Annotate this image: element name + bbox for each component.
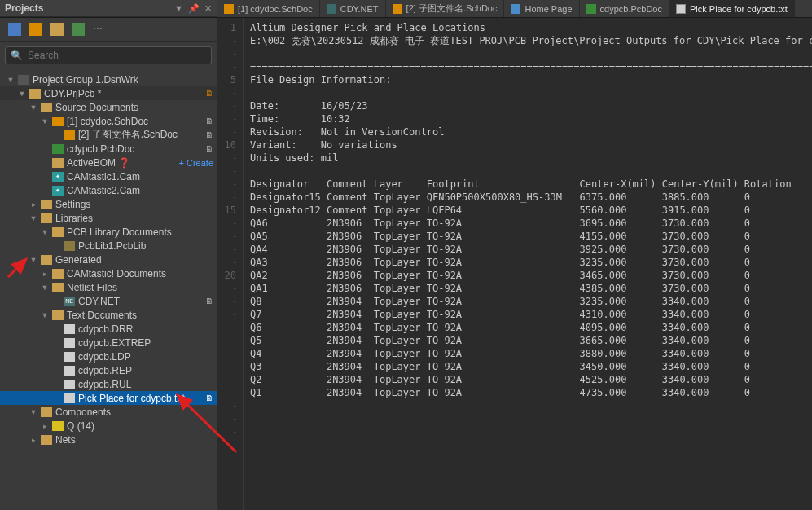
txt-icon: [676, 4, 686, 14]
file-icon: [52, 117, 64, 126]
open-project-icon[interactable]: [50, 23, 64, 36]
tree-node[interactable]: ▼Libraries: [0, 211, 217, 225]
status-icon: 🗎: [204, 130, 213, 139]
toolbar-more-icon[interactable]: ⋯: [93, 23, 106, 36]
node-label: Settings: [55, 199, 213, 210]
node-label: Source Documents: [55, 102, 213, 113]
tree-node[interactable]: ▼Netlist Files: [0, 280, 217, 294]
code-content: Altium Designer Pick and Place Locations…: [250, 21, 805, 399]
home-icon: [511, 4, 520, 14]
chevron-icon[interactable]: ▸: [41, 422, 49, 430]
chevron-icon[interactable]: ▼: [18, 90, 26, 98]
tree-node[interactable]: ▸Settings: [0, 197, 217, 211]
file-icon: [64, 338, 75, 348]
tab-label: [2] 子图文件名.SchDoc: [406, 2, 498, 15]
tree-node[interactable]: ActiveBOM ❓+ Create: [0, 156, 217, 169]
panel-dropdown-icon[interactable]: ▼: [174, 3, 183, 13]
node-label: CDY.PrjPcb *: [44, 88, 200, 99]
node-label: PcbLib1.PcbLib: [78, 240, 213, 252]
tab--1-cdydoc-schdoc[interactable]: [1] cdydoc.SchDoc: [217, 0, 320, 17]
chevron-icon[interactable]: ▸: [29, 200, 37, 209]
tree-node[interactable]: cdypcb.EXTREP: [0, 336, 217, 350]
create-link[interactable]: + Create: [179, 158, 214, 168]
chevron-icon[interactable]: ▼: [41, 284, 49, 292]
node-label: Project Group 1.DsnWrk: [33, 74, 213, 86]
search-input[interactable]: [28, 50, 206, 61]
tree-node[interactable]: cdypcb.RUL: [0, 377, 217, 391]
compile-icon[interactable]: [29, 23, 42, 36]
file-icon: [41, 213, 52, 223]
code-area[interactable]: Altium Designer Pick and Place Locations…: [244, 18, 812, 510]
tree-node[interactable]: cdypcb.DRR: [0, 322, 217, 336]
tree-node[interactable]: cdypcb.REP: [0, 363, 217, 377]
tab-pick-place-for-cdypcb-txt[interactable]: Pick Place for cdypcb.txt: [669, 0, 795, 17]
file-icon: [64, 366, 75, 376]
refresh-icon[interactable]: [72, 23, 85, 36]
tree-node[interactable]: ▼Text Documents: [0, 308, 217, 322]
node-label: Netlist Files: [67, 282, 213, 293]
tree-node[interactable]: ▼Source Documents: [0, 100, 217, 114]
tab-strip: Projects ▼ 📌 ✕ [1] cdydoc.SchDocCDY.NET[…: [0, 0, 812, 18]
tab-cdy-net[interactable]: CDY.NET: [320, 0, 386, 17]
chevron-icon[interactable]: ▼: [41, 311, 49, 319]
tab-label: CDY.NET: [340, 4, 379, 14]
tab--2-schdoc[interactable]: [2] 子图文件名.SchDoc: [386, 0, 505, 17]
file-icon: [52, 144, 64, 154]
node-label: cdypcb.DRR: [78, 323, 213, 335]
tree-node[interactable]: ▼Generated: [0, 253, 217, 266]
node-label: Generated: [55, 254, 213, 266]
chevron-icon[interactable]: ▼: [29, 256, 37, 264]
file-icon: [41, 407, 52, 417]
tree-node[interactable]: NECDY.NET🗎: [0, 294, 217, 308]
tree-node[interactable]: [2] 子图文件名.SchDoc🗎: [0, 128, 217, 142]
tree-node[interactable]: ▼[1] cdydoc.SchDoc🗎: [0, 114, 217, 128]
tree-node[interactable]: ▼Project Group 1.DsnWrk: [0, 73, 217, 86]
tab-cdypcb-pcbdoc[interactable]: cdypcb.PcbDoc: [580, 0, 669, 17]
node-label: Q (14): [67, 420, 213, 432]
chevron-icon[interactable]: ▼: [7, 76, 15, 84]
chevron-icon[interactable]: ▼: [29, 214, 37, 222]
tree-node[interactable]: ▼PCB Library Documents: [0, 225, 217, 239]
node-label: cdypcb.REP: [78, 365, 213, 376]
tree-node[interactable]: ▼CDY.PrjPcb *🗎: [0, 86, 217, 100]
file-icon: [29, 89, 41, 99]
text-editor: 1———5————10————15————20———————————— Alti…: [217, 18, 812, 510]
panel-pin-icon[interactable]: 📌: [188, 3, 200, 14]
status-icon: 🗎: [204, 89, 213, 98]
tree-node[interactable]: ▸Nets: [0, 433, 217, 446]
tree-node[interactable]: Pick Place for cdypcb.txt🗎: [0, 391, 217, 405]
node-label: [1] cdydoc.SchDoc: [67, 116, 200, 127]
tab-label: [1] cdydoc.SchDoc: [238, 4, 313, 14]
chevron-icon[interactable]: ▸: [41, 270, 49, 278]
tree-node[interactable]: ▸CAMtastic! Documents: [0, 266, 217, 280]
file-icon: [64, 380, 75, 389]
panel-close-icon[interactable]: ✕: [204, 3, 212, 14]
tab-home-page[interactable]: Home Page: [504, 0, 579, 17]
save-icon[interactable]: [8, 23, 21, 36]
node-label: cdypcb.PcbDoc: [67, 143, 200, 155]
tree-node[interactable]: cdypcb.PcbDoc🗎: [0, 142, 217, 156]
tree-node[interactable]: cdypcb.LDP: [0, 350, 217, 363]
chevron-icon[interactable]: ▼: [41, 228, 49, 236]
tree-node[interactable]: PcbLib1.PcbLib: [0, 239, 217, 253]
pcb-icon: [586, 4, 596, 14]
tree-node[interactable]: ✦CAMtastic1.Cam: [0, 169, 217, 183]
project-tree[interactable]: ▼Project Group 1.DsnWrk▼CDY.PrjPcb *🗎▼So…: [0, 69, 217, 510]
chevron-icon[interactable]: ▼: [29, 408, 37, 416]
panel-toolbar: ⋯: [0, 18, 217, 42]
file-icon: [64, 393, 75, 403]
status-icon: 🗎: [204, 297, 213, 306]
search-bar[interactable]: 🔍: [5, 46, 212, 64]
chevron-icon[interactable]: ▼: [41, 117, 49, 125]
status-icon: 🗎: [204, 144, 213, 153]
sch-icon: [224, 4, 234, 14]
gutter: 1———5————10————15————20————————————: [217, 18, 244, 510]
tree-node[interactable]: ▼Components: [0, 405, 217, 419]
chevron-icon[interactable]: ▸: [29, 436, 37, 444]
tree-node[interactable]: ▸Q (14): [0, 419, 217, 433]
chevron-icon[interactable]: ▼: [29, 103, 37, 112]
net-icon: [327, 4, 336, 14]
node-label: [2] 子图文件名.SchDoc: [78, 128, 200, 142]
tree-node[interactable]: ✦CAMtastic2.Cam: [0, 183, 217, 197]
file-icon: [64, 130, 75, 140]
